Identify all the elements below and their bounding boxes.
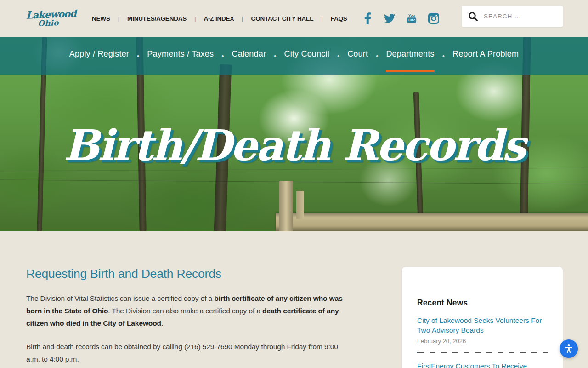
nav-separator: | [118, 15, 119, 22]
accessibility-button[interactable] [560, 339, 578, 358]
nav-link-contact-city-hall[interactable]: CONTACT CITY HALL [251, 15, 314, 22]
page-title: Birth/Death Records [0, 121, 588, 170]
nav-link-faqs[interactable]: FAQS [331, 15, 347, 22]
menu-separator: • [337, 52, 339, 60]
menu-item-court[interactable]: Court [347, 37, 368, 75]
article-paragraph-2: Birth and death records can be obtained … [26, 340, 348, 365]
menu-item-city-council[interactable]: City Council [284, 37, 329, 75]
power-line [0, 180, 588, 184]
main-menu: Apply / Register • Payments / Taxes • Ca… [0, 37, 588, 75]
nav-link-az-index[interactable]: A-Z INDEX [204, 15, 234, 22]
instagram-icon[interactable] [428, 12, 439, 24]
fence-post [296, 191, 304, 218]
article-body: Requesting Birth and Death Records The D… [26, 267, 348, 365]
search-box [462, 6, 563, 27]
accessibility-person-icon [563, 343, 575, 355]
fence-post [279, 181, 293, 231]
utility-nav: NEWS | MINUTES/AGENDAS | A-Z INDEX | CON… [92, 15, 347, 22]
nav-separator: | [194, 15, 196, 22]
news-item: FirstEnergy Customers To Receive [417, 361, 548, 368]
article-heading: Requesting Birth and Death Records [26, 267, 348, 281]
facebook-icon[interactable] [362, 12, 373, 24]
site-header: Lakewood Ohio NEWS | MINUTES/AGENDAS | A… [0, 0, 588, 37]
recent-news-sidebar: Recent News City of Lakewood Seeks Volun… [402, 267, 563, 368]
nav-separator: | [321, 15, 322, 22]
menu-separator: • [221, 52, 224, 60]
lakewood-ohio-logo[interactable]: Lakewood Ohio [26, 10, 70, 27]
nav-separator: | [242, 15, 243, 22]
search-input[interactable] [484, 13, 565, 20]
paragraph-text: . The Division can also make a certified… [108, 307, 262, 315]
hero-banner: Apply / Register • Payments / Taxes • Ca… [0, 37, 588, 231]
youtube-icon[interactable]: You Tube [406, 12, 417, 24]
menu-item-calendar[interactable]: Calendar [232, 37, 266, 75]
menu-separator: • [376, 52, 378, 60]
news-link[interactable]: FirstEnergy Customers To Receive [417, 361, 548, 368]
social-links: You Tube [362, 12, 439, 24]
menu-item-apply-register[interactable]: Apply / Register [69, 37, 129, 75]
sidebar-title: Recent News [417, 298, 548, 308]
nav-link-news[interactable]: NEWS [92, 15, 110, 22]
nav-link-minutes-agendas[interactable]: MINUTES/AGENDAS [127, 15, 187, 22]
menu-separator: • [137, 52, 139, 60]
menu-separator: • [274, 52, 276, 60]
news-item: City of Lakewood Seeks Volunteers For Tw… [417, 316, 548, 345]
news-date: February 20, 2026 [417, 338, 548, 345]
article-paragraph-1: The Division of Vital Statistics can iss… [26, 292, 348, 329]
news-divider [417, 352, 548, 353]
menu-item-departments[interactable]: Departments [386, 37, 434, 75]
menu-item-report-a-problem[interactable]: Report A Problem [452, 37, 519, 75]
svg-text:You: You [408, 13, 414, 17]
menu-item-payments-taxes[interactable]: Payments / Taxes [147, 37, 214, 75]
paragraph-text: The Division of Vital Statistics can iss… [26, 294, 214, 302]
news-link[interactable]: City of Lakewood Seeks Volunteers For Tw… [417, 316, 548, 335]
twitter-icon[interactable] [384, 12, 395, 24]
menu-separator: • [442, 52, 445, 60]
search-icon[interactable] [468, 12, 478, 22]
paragraph-text: . [161, 319, 163, 327]
wooden-fence [276, 213, 588, 231]
svg-text:Tube: Tube [408, 18, 415, 22]
